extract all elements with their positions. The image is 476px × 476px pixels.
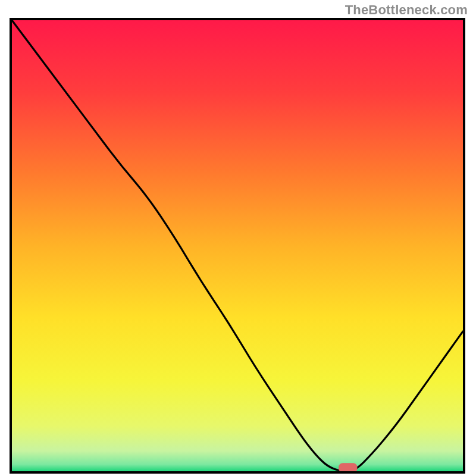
chart-frame [10,18,465,474]
optimal-marker [339,464,357,471]
chart-svg [12,20,463,471]
watermark-text: TheBottleneck.com [345,2,468,18]
chart-background [12,20,463,471]
